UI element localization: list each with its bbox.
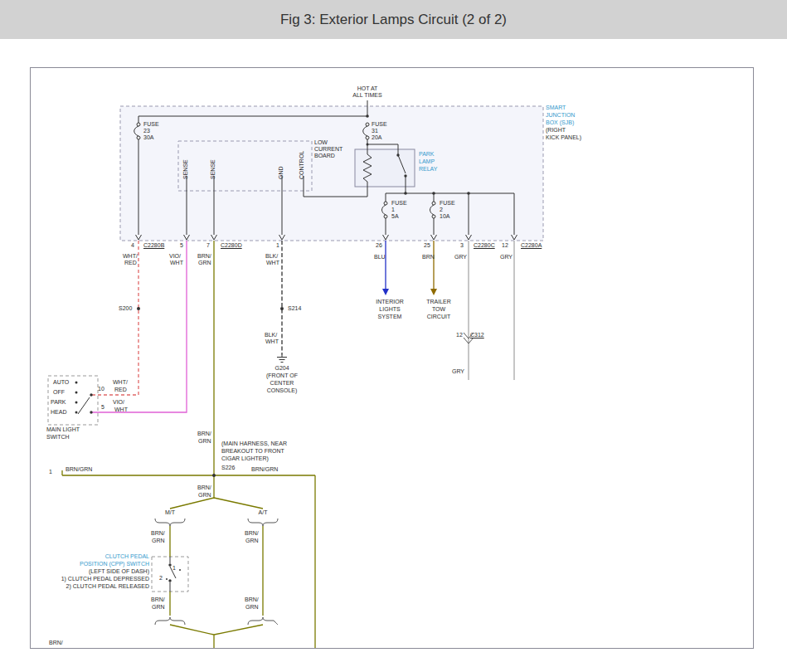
- interior-lights-2: LIGHTS: [379, 306, 400, 313]
- fuse31-rating: 20A: [372, 134, 381, 141]
- lcb-pin-sense2: SENSE: [210, 159, 216, 179]
- fuse31-label: FUSE: [372, 121, 387, 128]
- sjb-label-2: JUNCTION: [546, 112, 575, 119]
- wire-label-wht-red-2: RED: [124, 260, 137, 266]
- splice-s226-label: S226: [221, 465, 235, 471]
- fuse2-label: FUSE: [440, 200, 455, 207]
- wiring-diagram-page: Fig 3: Exterior Lamps Circuit (2 of 2): [0, 0, 787, 672]
- hot-at-label: HOT AT: [357, 85, 378, 92]
- sjb-label-4: (RIGHT: [546, 127, 566, 134]
- lcb-label-2: CURRENT: [314, 146, 342, 153]
- wire-label-brn-grn-12: GRN: [152, 604, 165, 611]
- relay-label-1: PARK: [419, 151, 435, 158]
- sjb-label-5: KICK PANEL): [546, 134, 581, 141]
- pin-5: 5: [180, 242, 183, 249]
- pin-7: 7: [206, 242, 210, 249]
- cpp-position-1: 1: [172, 565, 176, 572]
- fuse23-number: 23: [143, 128, 150, 134]
- wire-label-wht-red-3: WHT/: [113, 379, 128, 386]
- wire-label-blk-wht-4: WHT: [265, 338, 279, 345]
- pin-4: 4: [131, 242, 134, 249]
- connector-c312: C312: [470, 332, 484, 338]
- mls-position-off: OFF: [53, 389, 65, 396]
- connector-c2280a: C2280A: [521, 242, 542, 249]
- relay-label-2: LAMP: [419, 158, 435, 165]
- wire-label-brn: BRN: [422, 254, 435, 261]
- pin-25: 25: [424, 242, 430, 249]
- wire-label-brn-grn-6: GRN: [198, 492, 211, 499]
- s226-note-2: BREAKOUT TO FRONT: [221, 448, 284, 455]
- wire-label-brn-grn-7: BRN/: [151, 530, 165, 537]
- ground-location-2: CENTER: [270, 380, 294, 387]
- wire-label-brn-grn-11: BRN/: [151, 597, 165, 603]
- interior-lights-3: SYSTEM: [378, 314, 402, 320]
- connector-c2280b: C2280B: [143, 242, 164, 249]
- ground-location-1: (FRONT OF: [266, 373, 298, 379]
- mls-position-park: PARK: [51, 399, 66, 406]
- transmission-option-braces: [155, 519, 278, 625]
- main-light-switch-lever: [78, 397, 90, 414]
- wire-label-brn-grn-13: BRN/: [245, 597, 259, 603]
- brn-wire-arrow: [430, 289, 437, 295]
- lcb-label-3: BOARD: [314, 153, 335, 159]
- splice-s214-label: S214: [288, 305, 301, 312]
- wire-label-blk-wht-3: BLK/: [265, 332, 277, 338]
- relay-label-3: RELAY: [419, 166, 437, 173]
- wire-label-vio-wht-1: VIO/: [169, 253, 181, 260]
- pin-12: 12: [502, 242, 508, 249]
- cpp-switch-state-2: 2) CLUTCH PEDAL RELEASED: [66, 583, 150, 590]
- lcb-pin-gnd: GND: [278, 166, 284, 179]
- wire-label-vio-wht-2: WHT: [170, 260, 183, 266]
- wire-label-blu: BLU: [374, 254, 386, 261]
- mls-name-2: SWITCH: [46, 434, 70, 441]
- wire-label-blk-wht-1: BLK/: [265, 253, 278, 260]
- connector-c2280d: C2280D: [221, 242, 242, 249]
- wire-label-brn-grn-14: GRN: [245, 604, 259, 611]
- s226-note-1: (MAIN HARNESS, NEAR: [221, 441, 287, 447]
- s226-note-3: CIGAR LIGHTER): [221, 455, 269, 462]
- fuse23-rating: 30A: [143, 134, 153, 141]
- wire-label-wht-red-1: WHT/: [123, 253, 138, 260]
- wire-label-brn-grn-5: BRN/: [197, 485, 211, 491]
- gry-wires: [469, 241, 514, 380]
- c312-pin-number: 12: [456, 332, 463, 338]
- pin-3: 3: [460, 242, 464, 249]
- wire-label-brn-grn-9: BRN/: [245, 530, 259, 537]
- wire-label-gry-3: GRY: [452, 368, 464, 375]
- connector-c2280c: C2280C: [474, 242, 495, 249]
- wire-label-brn-grn-2: GRN: [198, 260, 211, 266]
- fuse1-rating: 5A: [391, 213, 399, 220]
- wire-label-partial-bottom: BRN/: [49, 640, 63, 646]
- mls-position-auto: AUTO: [53, 379, 69, 386]
- left-branch-pin-1: 1: [49, 469, 52, 475]
- wire-label-vio-wht-3: VIO/: [113, 399, 124, 406]
- vio-wht-wire: [92, 241, 187, 412]
- cpp-switch-lever: [170, 557, 176, 592]
- wire-label-vio-wht-4: WHT: [114, 407, 128, 413]
- wire-label-gry-1: GRY: [454, 254, 467, 261]
- mls-pin-5: 5: [101, 404, 104, 411]
- trailer-tow-1: TRAILER: [426, 299, 451, 305]
- cpp-switch-location: (LEFT SIDE OF DASH): [89, 568, 149, 575]
- fuse1-number: 1: [391, 207, 395, 213]
- wire-label-brn-grn-1: BRN/: [197, 253, 211, 260]
- wire-label-brn-grn-8: GRN: [152, 538, 165, 544]
- sjb-label-1: SMART: [546, 105, 566, 111]
- fuse2-rating: 10A: [440, 213, 449, 220]
- blu-wire-arrow: [382, 289, 389, 295]
- interior-lights-1: INTERIOR: [376, 299, 403, 305]
- trailer-tow-2: TOW: [432, 306, 445, 313]
- wire-label-brn-grn-left: BRN/GRN: [66, 466, 92, 473]
- lcb-label-1: LOW: [314, 139, 328, 146]
- wire-label-brn-grn-4: GRN: [198, 438, 211, 445]
- pin-1: 1: [276, 242, 279, 249]
- cpp-switch-name-2: POSITION (CPP) SWITCH: [80, 561, 149, 567]
- cpp-switch-state-1: 1) CLUTCH PEDAL DEPRESSED: [61, 576, 149, 582]
- pin-26: 26: [376, 242, 382, 249]
- ground-g204-label: G204: [274, 365, 289, 372]
- cpp-switch-name-1: CLUTCH PEDAL: [105, 553, 149, 560]
- mls-position-head: HEAD: [51, 409, 66, 416]
- auto-trans-label: A/T: [259, 509, 268, 516]
- wire-label-brn-grn-right: BRN/GRN: [251, 466, 278, 473]
- wire-label-blk-wht-2: WHT: [266, 260, 279, 266]
